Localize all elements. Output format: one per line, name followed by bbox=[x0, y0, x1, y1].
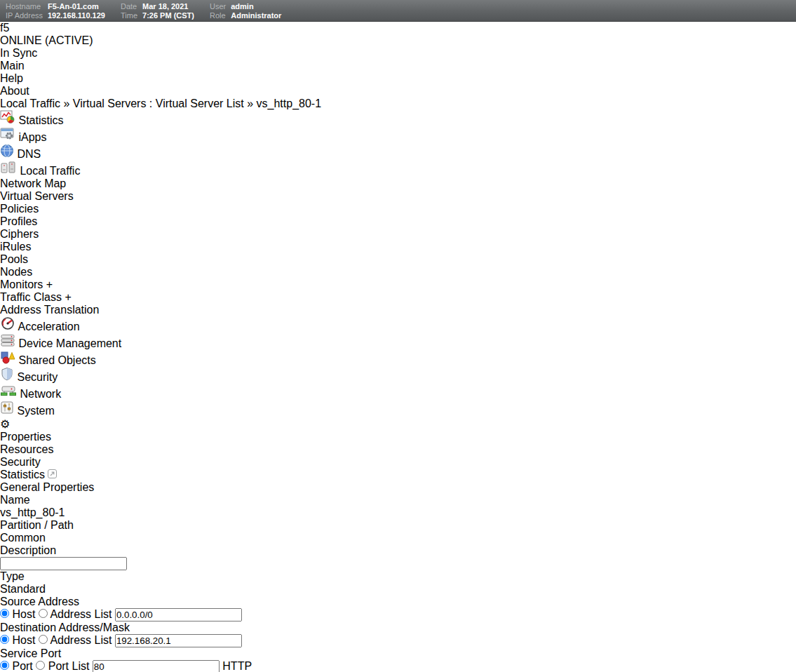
top-info-bar: Hostname F5-An-01.com IP Address 192.168… bbox=[0, 0, 796, 22]
destination-row-value: Host Address List bbox=[0, 634, 796, 647]
destination-address-list-radio[interactable] bbox=[39, 635, 48, 644]
hostname-label: Hostname bbox=[6, 2, 43, 11]
pools-label: Pools bbox=[0, 253, 28, 265]
sync-status-line: In Sync bbox=[0, 47, 796, 60]
sidebar-item-policies[interactable]: Policies bbox=[0, 203, 796, 215]
subtab-security-label: Security bbox=[0, 456, 41, 468]
host-info-group: Hostname F5-An-01.com IP Address 192.168… bbox=[0, 0, 115, 21]
policies-label: Policies bbox=[0, 203, 39, 215]
general-properties-title: General Properties bbox=[0, 481, 796, 494]
virtual-servers-label: Virtual Servers bbox=[0, 190, 74, 202]
iapps-icon bbox=[0, 131, 18, 143]
header-banner: f5 ONLINE (ACTIVE) In Sync Main Help Abo… bbox=[0, 22, 796, 110]
sidebar-item-virtual-servers[interactable]: Virtual Servers bbox=[0, 190, 796, 203]
sidebar-item-shared-objects[interactable]: Shared Objects bbox=[0, 350, 796, 367]
breadcrumb-separator: » bbox=[63, 98, 69, 109]
source-host-radio-label: Host bbox=[12, 608, 35, 620]
statistics-icon bbox=[0, 114, 18, 126]
network-icon bbox=[0, 388, 20, 400]
port-list-radio[interactable] bbox=[36, 661, 45, 670]
content-area: ⚙ Properties Resources Security Statisti… bbox=[0, 417, 796, 672]
source-address-input[interactable] bbox=[115, 608, 242, 621]
ciphers-label: Ciphers bbox=[0, 228, 39, 240]
type-select[interactable]: Standard bbox=[0, 583, 46, 595]
time-label: Time bbox=[121, 11, 137, 20]
sidebar-item-address-translation[interactable]: Address Translation bbox=[0, 304, 796, 316]
sidebar-item-traffic-class[interactable]: Traffic Class + bbox=[0, 291, 796, 304]
sidebar-item-monitors[interactable]: Monitors + bbox=[0, 278, 796, 291]
local-traffic-submenu: Network Map Virtual Servers Policies Pro… bbox=[0, 177, 796, 316]
sidebar-item-iapps[interactable]: iApps bbox=[0, 127, 796, 144]
monitors-add-button[interactable]: + bbox=[46, 278, 53, 290]
source-host-radio[interactable] bbox=[0, 609, 9, 618]
sidebar-item-nodes[interactable]: Nodes bbox=[0, 266, 796, 278]
irules-label: iRules bbox=[0, 241, 31, 253]
subtab-strip: ⚙ Properties Resources Security Statisti… bbox=[0, 417, 796, 481]
sidebar: Statistics iApps DNS Local Traffic bbox=[0, 110, 796, 417]
options-gear-button[interactable]: ⚙ bbox=[0, 417, 796, 431]
sidebar-item-irules[interactable]: iRules bbox=[0, 241, 796, 253]
traffic-class-add-button[interactable]: + bbox=[65, 291, 71, 303]
dns-icon bbox=[0, 148, 17, 160]
service-port-input[interactable] bbox=[93, 660, 220, 672]
ip-label: IP Address bbox=[6, 11, 43, 20]
sidebar-item-dns[interactable]: DNS bbox=[0, 144, 796, 161]
port-radio[interactable] bbox=[0, 661, 9, 670]
service-port-select[interactable]: HTTP bbox=[222, 660, 252, 672]
subtab-properties[interactable]: Properties bbox=[0, 431, 796, 443]
tab-about[interactable]: About bbox=[0, 85, 796, 98]
breadcrumb: Local Traffic » Virtual Servers : Virtua… bbox=[0, 98, 796, 110]
shared-objects-icon bbox=[0, 354, 18, 366]
subtab-statistics[interactable]: Statistics bbox=[0, 469, 796, 481]
subtab-statistics-label: Statistics bbox=[0, 469, 45, 481]
source-row-value: Host Address List bbox=[0, 608, 796, 621]
device-status-block: ONLINE (ACTIVE) In Sync bbox=[0, 34, 796, 60]
general-properties-table: Name vs_http_80-1 Partition / Path Commo… bbox=[0, 494, 796, 672]
sidebar-item-system[interactable]: System bbox=[0, 401, 796, 417]
date-label: Date bbox=[121, 2, 137, 11]
subtab-security[interactable]: Security bbox=[0, 456, 796, 469]
tab-main[interactable]: Main bbox=[0, 60, 796, 72]
sidebar-item-ciphers[interactable]: Ciphers bbox=[0, 228, 796, 241]
breadcrumb-separator-2: » bbox=[247, 98, 253, 109]
main-row: Statistics iApps DNS Local Traffic bbox=[0, 110, 796, 672]
sidebar-item-local-traffic[interactable]: Local Traffic bbox=[0, 161, 796, 177]
source-address-list-radio[interactable] bbox=[39, 609, 48, 618]
online-status-line: ONLINE (ACTIVE) bbox=[0, 34, 796, 47]
sidebar-item-pools[interactable]: Pools bbox=[0, 253, 796, 266]
f5-bigip-page: Hostname F5-An-01.com IP Address 192.168… bbox=[0, 0, 796, 672]
ip-value: 192.168.110.129 bbox=[48, 11, 105, 20]
partition-row-label: Partition / Path bbox=[0, 519, 796, 532]
role-value: Administrator bbox=[231, 11, 281, 20]
sidebar-item-profiles[interactable]: Profiles bbox=[0, 215, 796, 228]
nodes-label: Nodes bbox=[0, 266, 32, 278]
destination-address-input[interactable] bbox=[115, 634, 242, 647]
monitors-label: Monitors bbox=[0, 278, 43, 290]
sidebar-item-security[interactable]: Security bbox=[0, 367, 796, 384]
sidebar-item-statistics[interactable]: Statistics bbox=[0, 110, 796, 127]
sidebar-label-statistics: Statistics bbox=[18, 114, 63, 126]
datetime-info-group: Date Mar 18, 2021 Time 7:26 PM (CST) bbox=[115, 0, 204, 21]
sidebar-item-acceleration[interactable]: Acceleration bbox=[0, 316, 796, 333]
plus-icon: + bbox=[46, 278, 53, 290]
breadcrumb-section[interactable]: Local Traffic bbox=[0, 98, 60, 109]
profiles-label: Profiles bbox=[0, 215, 37, 227]
destination-host-radio[interactable] bbox=[0, 635, 9, 644]
service-port-row-value: Port Port List HTTP bbox=[0, 660, 796, 672]
tab-help[interactable]: Help bbox=[0, 72, 796, 85]
traffic-class-label: Traffic Class bbox=[0, 291, 62, 303]
sidebar-item-network-map[interactable]: Network Map bbox=[0, 177, 796, 190]
user-label: User bbox=[210, 2, 226, 11]
sidebar-label-acceleration: Acceleration bbox=[18, 321, 80, 332]
subtab-resources[interactable]: Resources bbox=[0, 443, 796, 456]
destination-address-list-radio-label: Address List bbox=[50, 634, 112, 646]
user-value: admin bbox=[231, 2, 281, 11]
name-row-label: Name bbox=[0, 494, 796, 506]
breadcrumb-path[interactable]: Virtual Servers : Virtual Server List bbox=[73, 98, 244, 109]
sidebar-item-device-management[interactable]: Device Management bbox=[0, 333, 796, 350]
acceleration-icon bbox=[0, 321, 18, 332]
sidebar-item-network[interactable]: Network bbox=[0, 384, 796, 401]
service-port-row-label: Service Port bbox=[0, 647, 796, 660]
sidebar-label-network: Network bbox=[20, 388, 61, 400]
description-input[interactable] bbox=[0, 557, 127, 570]
